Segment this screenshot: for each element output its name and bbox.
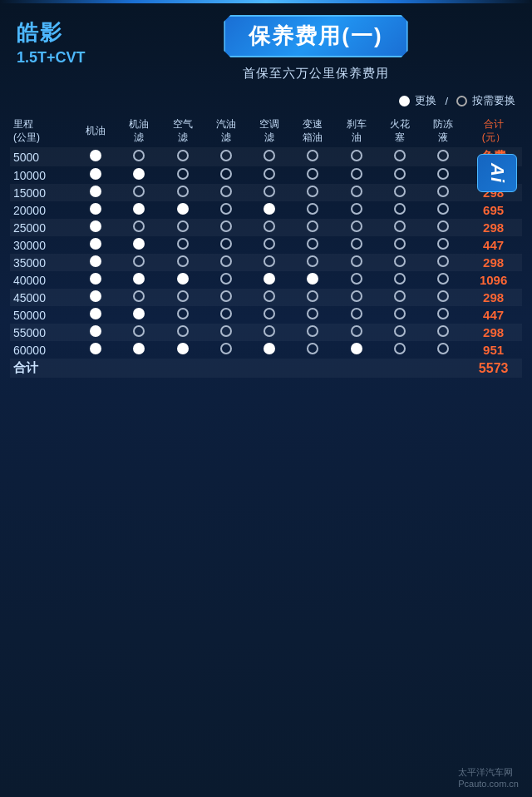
cell-fuel_filter [204,166,248,184]
cell-air_filter [161,147,204,166]
dot-filled-icon [264,273,275,285]
dot-empty-icon [307,290,318,302]
cell-trans_oil [291,201,334,219]
cell-brake_oil [335,254,378,271]
cell-oil [74,147,117,166]
dot-empty-icon [264,220,275,232]
cell-antifreeze [421,306,465,324]
dot-empty-icon [394,186,406,197]
dot-empty-icon [394,220,406,232]
cell-spark_plug [378,166,421,184]
dot-empty-icon [307,168,318,180]
dot-empty-icon [437,203,449,215]
cell-brake_oil [335,341,378,359]
cell-ac_filter [248,254,291,271]
table-row: 15000298 [10,184,522,201]
dot-empty-icon [437,343,449,354]
cell-mileage: 25000 [10,219,74,236]
dot-filled-icon [90,290,101,302]
table-row: 400001096 [10,271,522,289]
cell-spark_plug [378,219,421,236]
cell-antifreeze [421,271,465,289]
cell-mileage: 50000 [10,306,74,324]
legend-slash: / [445,95,448,107]
dot-filled-icon [133,343,145,354]
dot-empty-icon [307,343,318,354]
cell-antifreeze [421,254,465,271]
cell-oil_filter [117,254,160,271]
dot-empty-icon [133,325,145,337]
dot-empty-icon [177,325,189,337]
cell-oil_filter [117,341,160,359]
cell-air_filter [161,201,204,219]
cell-oil [74,219,117,236]
cell-air_filter [161,271,204,289]
cell-oil [74,201,117,219]
maintenance-table: 里程(公里) 机油 机油滤 空气滤 汽油滤 空调滤 变速箱油 刹车油 火花塞 防… [10,115,522,378]
cell-air_filter [161,306,204,324]
table-row: 5000免费 [10,147,522,166]
dot-empty-icon [394,308,406,319]
cell-total: 447 [465,306,522,324]
dot-empty-icon [133,255,145,267]
col-header-ac-filter: 空调滤 [248,115,291,147]
cell-fuel_filter [204,236,248,254]
dot-empty-icon [437,255,449,267]
cell-ac_filter [248,201,291,219]
cell-mileage: 40000 [10,271,74,289]
legend-empty-label: 按需要换 [472,93,515,108]
cell-ac_filter [248,236,291,254]
dot-filled-icon [177,203,189,215]
dot-filled-icon [90,220,101,232]
col-header-fuel-filter: 汽油滤 [204,115,248,147]
dot-empty-icon [133,186,145,197]
dot-empty-icon [264,255,275,267]
table-row: 25000298 [10,219,522,236]
car-model: 1.5T+CVT [17,49,86,67]
col-header-air-filter: 空气滤 [161,115,204,147]
dot-filled-icon [133,238,145,250]
dot-empty-icon [177,290,189,302]
cell-oil_filter [117,147,160,166]
dot-filled-icon [351,343,362,354]
cell-brake_oil [335,324,378,341]
cell-spark_plug [378,289,421,306]
cell-brake_oil [335,147,378,166]
dot-empty-icon [351,150,362,161]
cell-trans_oil [291,271,334,289]
cell-ac_filter [248,184,291,201]
cell-brake_oil [335,166,378,184]
dot-filled-icon [90,343,101,354]
table-row: 10000447 [10,166,522,184]
cell-spark_plug [378,341,421,359]
dot-empty-icon [351,203,362,215]
dot-empty-icon [394,290,406,302]
cell-air_filter [161,254,204,271]
cell-mileage: 15000 [10,184,74,201]
header: 皓影 1.5T+CVT 保养费用(一) 首保至六万公里保养费用 [0,3,532,90]
cell-oil_filter [117,236,160,254]
dot-empty-icon [220,308,232,319]
cell-total: 298 [465,324,522,341]
cell-ac_filter [248,219,291,236]
dot-empty-icon [307,220,318,232]
cell-antifreeze [421,184,465,201]
dot-empty-icon [220,273,232,285]
cell-antifreeze [421,289,465,306]
cell-trans_oil [291,236,334,254]
cell-spark_plug [378,236,421,254]
dot-empty-icon [177,168,189,180]
watermark: 太平洋汽车网Pcauto.com.cn [458,766,519,789]
table-row: 30000447 [10,236,522,254]
dot-empty-icon [437,290,449,302]
dot-empty-icon [177,308,189,319]
cell-ac_filter [248,341,291,359]
cell-antifreeze [421,324,465,341]
dot-empty-icon [437,238,449,250]
dot-empty-icon [177,220,189,232]
cell-trans_oil [291,166,334,184]
dot-empty-icon [437,308,449,319]
table-row: 35000298 [10,254,522,271]
cell-brake_oil [335,271,378,289]
table-row: 60000951 [10,341,522,359]
